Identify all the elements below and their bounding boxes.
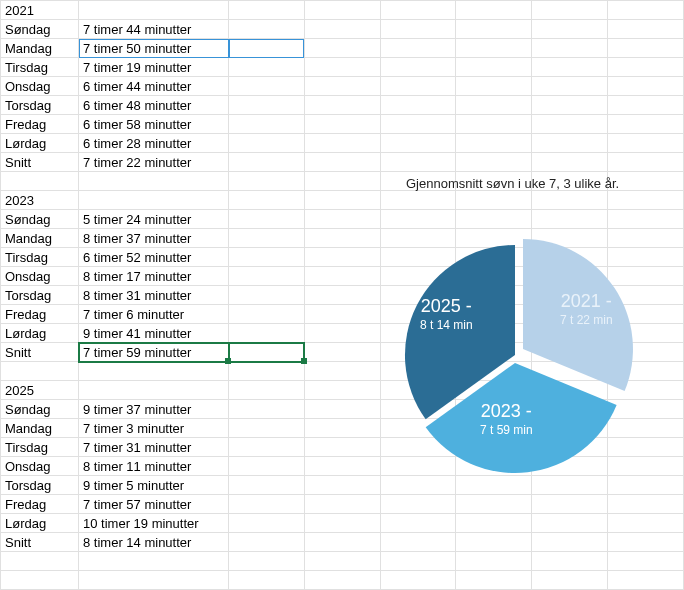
dur-cell[interactable]: 7 timer 19 minutter	[79, 58, 229, 77]
dur-cell[interactable]: 8 timer 11 minutter	[79, 457, 229, 476]
dur-cell[interactable]: 8 timer 14 minutter	[79, 533, 229, 552]
cell[interactable]	[532, 77, 608, 96]
cell[interactable]	[229, 343, 305, 362]
dur-cell[interactable]: 9 timer 5 minutter	[79, 476, 229, 495]
cell[interactable]	[456, 115, 532, 134]
cell[interactable]	[380, 552, 456, 571]
cell[interactable]	[608, 134, 684, 153]
dur-cell[interactable]: 7 timer 22 minutter	[79, 153, 229, 172]
dur-cell[interactable]: 7 timer 31 minutter	[79, 438, 229, 457]
day-cell[interactable]: Mandag	[1, 39, 79, 58]
cell[interactable]	[532, 495, 608, 514]
cell[interactable]	[304, 343, 380, 362]
cell[interactable]	[304, 571, 380, 590]
cell[interactable]	[229, 495, 305, 514]
cell[interactable]	[229, 457, 305, 476]
day-cell[interactable]: Lørdag	[1, 134, 79, 153]
cell[interactable]	[608, 77, 684, 96]
cell[interactable]	[304, 248, 380, 267]
cell[interactable]	[608, 495, 684, 514]
cell[interactable]	[380, 153, 456, 172]
dur-cell[interactable]: 6 timer 58 minutter	[79, 115, 229, 134]
cell[interactable]	[229, 39, 305, 58]
cell[interactable]	[456, 571, 532, 590]
cell[interactable]	[1, 172, 79, 191]
cell[interactable]	[380, 20, 456, 39]
cell[interactable]	[304, 286, 380, 305]
cell[interactable]	[79, 362, 229, 381]
cell[interactable]	[532, 571, 608, 590]
cell[interactable]	[304, 552, 380, 571]
cell[interactable]	[380, 134, 456, 153]
cell[interactable]	[608, 39, 684, 58]
cell[interactable]	[608, 20, 684, 39]
cell[interactable]	[304, 324, 380, 343]
cell[interactable]	[229, 77, 305, 96]
cell[interactable]	[79, 172, 229, 191]
year-header-2021[interactable]: 2021	[1, 1, 79, 20]
cell[interactable]	[380, 58, 456, 77]
cell[interactable]	[532, 552, 608, 571]
cell[interactable]	[229, 153, 305, 172]
cell[interactable]	[304, 39, 380, 58]
cell[interactable]	[304, 362, 380, 381]
cell[interactable]	[532, 134, 608, 153]
cell[interactable]	[304, 476, 380, 495]
cell[interactable]	[79, 571, 229, 590]
cell[interactable]	[229, 571, 305, 590]
cell[interactable]	[304, 96, 380, 115]
day-cell[interactable]: Snitt	[1, 343, 79, 362]
cell[interactable]	[532, 96, 608, 115]
cell[interactable]	[456, 58, 532, 77]
cell[interactable]	[229, 381, 305, 400]
cell[interactable]	[229, 362, 305, 381]
dur-cell[interactable]: 7 timer 50 minutter	[79, 39, 229, 58]
cell[interactable]	[608, 115, 684, 134]
day-cell[interactable]: Snitt	[1, 533, 79, 552]
cell[interactable]	[456, 153, 532, 172]
cell[interactable]	[304, 438, 380, 457]
cell[interactable]	[608, 58, 684, 77]
cell[interactable]	[456, 39, 532, 58]
cell[interactable]	[532, 1, 608, 20]
cell[interactable]	[304, 533, 380, 552]
cell[interactable]	[229, 20, 305, 39]
cell[interactable]	[380, 533, 456, 552]
cell[interactable]	[304, 229, 380, 248]
cell[interactable]	[532, 58, 608, 77]
year-header-2025[interactable]: 2025	[1, 381, 79, 400]
day-cell[interactable]: Onsdag	[1, 267, 79, 286]
cell[interactable]	[229, 172, 305, 191]
cell[interactable]	[304, 115, 380, 134]
cell[interactable]	[304, 1, 380, 20]
cell[interactable]	[456, 533, 532, 552]
cell[interactable]	[608, 514, 684, 533]
dur-cell[interactable]: 8 timer 17 minutter	[79, 267, 229, 286]
cell[interactable]	[456, 77, 532, 96]
day-cell[interactable]: Torsdag	[1, 286, 79, 305]
cell[interactable]	[608, 96, 684, 115]
dur-cell[interactable]: 7 timer 3 minutter	[79, 419, 229, 438]
cell[interactable]	[229, 324, 305, 343]
cell[interactable]	[532, 533, 608, 552]
day-cell[interactable]: Torsdag	[1, 476, 79, 495]
cell[interactable]	[304, 381, 380, 400]
day-cell[interactable]: Tirsdag	[1, 248, 79, 267]
cell[interactable]	[608, 191, 684, 210]
cell[interactable]	[456, 514, 532, 533]
cell[interactable]	[304, 305, 380, 324]
dur-cell[interactable]: 6 timer 44 minutter	[79, 77, 229, 96]
selected-cell[interactable]: 7 timer 59 minutter	[79, 343, 229, 362]
cell[interactable]	[304, 153, 380, 172]
cell[interactable]	[79, 1, 229, 20]
cell[interactable]	[229, 134, 305, 153]
cell[interactable]	[229, 248, 305, 267]
cell[interactable]	[304, 58, 380, 77]
cell[interactable]	[456, 96, 532, 115]
cell[interactable]	[532, 20, 608, 39]
day-cell[interactable]: Tirsdag	[1, 58, 79, 77]
cell[interactable]	[380, 514, 456, 533]
cell[interactable]	[304, 514, 380, 533]
cell[interactable]	[229, 58, 305, 77]
cell[interactable]	[532, 115, 608, 134]
